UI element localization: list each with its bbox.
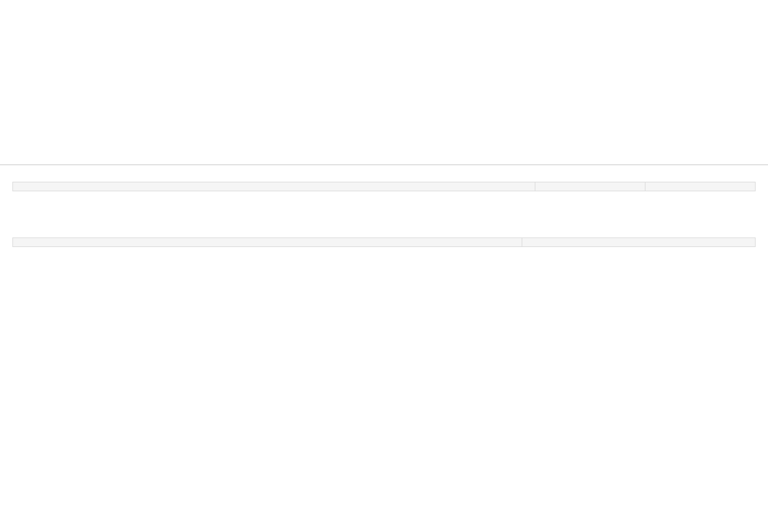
chart-svg bbox=[0, 0, 768, 165]
top-functions-heading bbox=[0, 221, 768, 237]
col-name[interactable] bbox=[13, 238, 522, 247]
col-exclusive[interactable] bbox=[646, 182, 756, 191]
col-exclusive-pct[interactable] bbox=[522, 238, 756, 247]
cpu-usage-chart[interactable] bbox=[0, 0, 768, 165]
related-views-row bbox=[0, 191, 768, 221]
col-inclusive[interactable] bbox=[535, 182, 646, 191]
hot-path-heading bbox=[0, 165, 768, 182]
top-functions-table bbox=[12, 237, 756, 247]
hot-path-table bbox=[12, 182, 756, 191]
col-function-name[interactable] bbox=[13, 182, 535, 191]
